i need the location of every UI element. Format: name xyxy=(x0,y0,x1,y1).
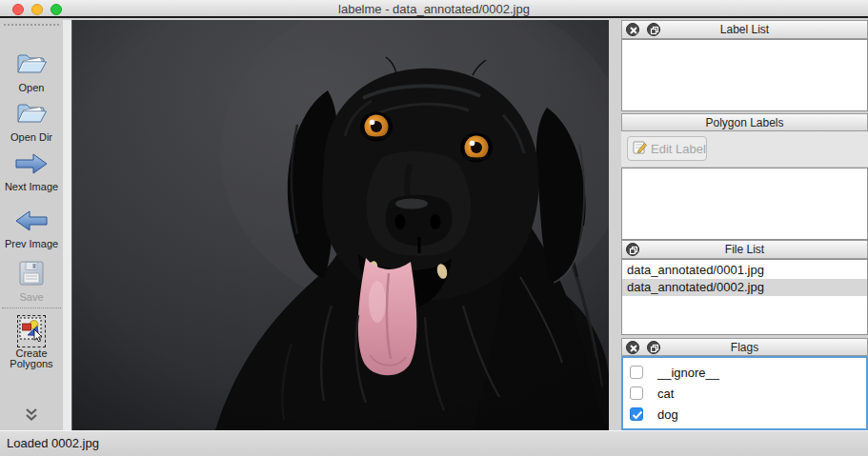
float-dock-icon[interactable] xyxy=(647,23,660,36)
window-title: labelme - data_annotated/0002.jpg xyxy=(0,0,868,18)
edit-label-icon xyxy=(633,140,647,157)
flags-list[interactable]: __ignore__ cat dog xyxy=(621,356,868,430)
prev-image-button[interactable]: Prev Image xyxy=(0,208,63,249)
flag-checkbox[interactable] xyxy=(630,366,643,379)
flag-label: __ignore__ xyxy=(657,366,719,380)
close-dock-icon[interactable] xyxy=(626,341,639,354)
file-list-dock-header[interactable]: File List xyxy=(621,240,868,259)
polygon-labels-title: Polygon Labels xyxy=(622,114,867,130)
flag-item[interactable]: dog xyxy=(623,404,866,425)
prev-arrow-icon xyxy=(14,208,49,237)
next-arrow-icon xyxy=(14,151,49,180)
label-list[interactable] xyxy=(621,39,868,111)
flag-item[interactable]: cat xyxy=(623,383,866,404)
close-dock-icon[interactable] xyxy=(626,23,639,36)
open-dir-folder-icon xyxy=(15,100,48,130)
next-image-label: Next Image xyxy=(0,182,63,192)
open-dir-label: Open Dir xyxy=(0,132,63,143)
flag-checkbox[interactable] xyxy=(630,387,643,400)
file-list-item[interactable]: data_annotated/0002.jpg xyxy=(622,279,867,296)
edit-label-button-text: Edit Label xyxy=(651,142,706,156)
open-folder-icon xyxy=(15,50,48,81)
edit-label-button[interactable]: Edit Label xyxy=(627,136,707,161)
double-chevron-down-icon xyxy=(23,407,40,426)
file-list-title: File List xyxy=(622,241,867,258)
polygon-labels-dock-header[interactable]: Polygon Labels xyxy=(621,113,868,131)
next-image-button[interactable]: Next Image xyxy=(0,151,63,192)
flag-item[interactable]: __ignore__ xyxy=(623,362,866,383)
create-polygons-label: Create Polygons xyxy=(0,348,63,369)
image-canvas[interactable] xyxy=(72,20,609,430)
save-button[interactable]: Save xyxy=(0,260,63,303)
canvas-panel-splitter[interactable] xyxy=(609,20,621,430)
flags-dock-header[interactable]: Flags xyxy=(621,338,868,356)
toolbar-overflow-button[interactable] xyxy=(0,407,63,426)
labelme-window: labelme - data_annotated/0002.jpg Open xyxy=(0,0,868,456)
create-polygons-button[interactable]: Create Polygons xyxy=(0,316,63,369)
label-list-dock-header[interactable]: Label List xyxy=(621,20,868,39)
flag-label: dog xyxy=(657,407,678,422)
toolbar-separator xyxy=(2,307,61,308)
open-label: Open xyxy=(0,83,63,93)
toolbar-edge xyxy=(63,20,72,430)
float-dock-icon[interactable] xyxy=(647,341,660,354)
status-bar: Loaded 0002.jpg xyxy=(0,430,868,456)
open-button[interactable]: Open xyxy=(0,50,63,93)
open-dir-button[interactable]: Open Dir xyxy=(0,100,63,143)
float-dock-icon[interactable] xyxy=(626,243,639,256)
toolbar-drag-handle[interactable] xyxy=(4,24,59,26)
flag-checkbox[interactable] xyxy=(630,407,643,421)
polygon-labels-toolbar: Edit Label xyxy=(621,131,868,168)
save-label: Save xyxy=(0,292,63,303)
tool-bar: Open Open Dir xyxy=(0,20,63,430)
status-message: Loaded 0002.jpg xyxy=(7,431,99,456)
file-list-item[interactable]: data_annotated/0001.jpg xyxy=(622,262,867,279)
save-floppy-icon xyxy=(18,260,45,290)
title-bar[interactable]: labelme - data_annotated/0002.jpg xyxy=(0,0,868,18)
polygon-labels-list[interactable] xyxy=(621,168,868,240)
dog-photo xyxy=(72,20,609,430)
file-list[interactable]: data_annotated/0001.jpg data_annotated/0… xyxy=(621,259,868,335)
create-polygons-icon xyxy=(19,317,44,346)
flag-label: cat xyxy=(657,387,674,401)
prev-image-label: Prev Image xyxy=(0,239,63,249)
